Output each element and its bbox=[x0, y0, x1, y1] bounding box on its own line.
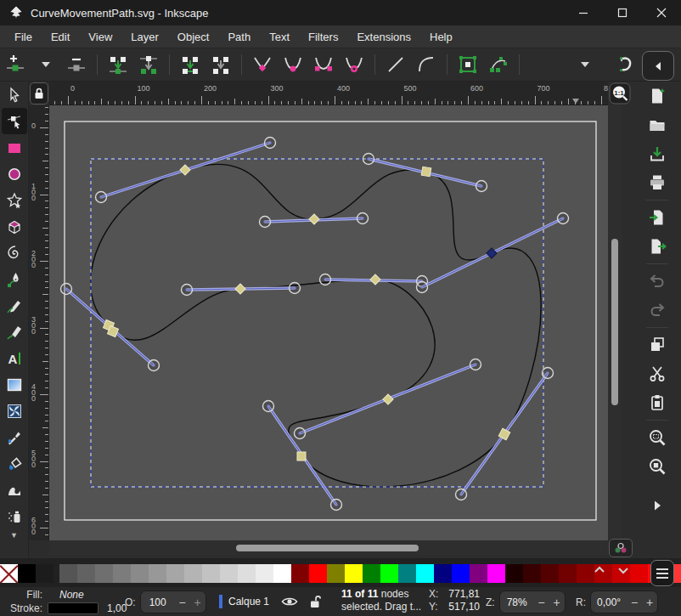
tool-paint-bucket[interactable] bbox=[2, 450, 27, 477]
path-node[interactable] bbox=[370, 274, 380, 285]
swatch-ff0000[interactable] bbox=[309, 564, 327, 583]
zoom-decrease-button[interactable]: − bbox=[534, 596, 549, 609]
palette-scroll-down[interactable] bbox=[616, 563, 630, 577]
close-button[interactable] bbox=[642, 0, 681, 25]
swatch-000000[interactable] bbox=[18, 564, 36, 583]
tool-rectangle[interactable] bbox=[2, 134, 27, 161]
swatch-0000ff[interactable] bbox=[452, 564, 470, 583]
color-management-button[interactable] bbox=[608, 539, 633, 557]
zoom-value[interactable]: 78% bbox=[500, 596, 534, 608]
horizontal-scrollbar[interactable] bbox=[49, 540, 608, 556]
swatch-ff00ff[interactable] bbox=[487, 564, 505, 583]
swatch-989898[interactable] bbox=[149, 564, 166, 583]
swatch-c2c2c2[interactable] bbox=[202, 564, 220, 583]
rotation-increase-button[interactable]: + bbox=[642, 596, 657, 609]
swatch-000080[interactable] bbox=[434, 564, 452, 583]
tool-tweak[interactable] bbox=[2, 477, 27, 503]
duplicate-button[interactable] bbox=[644, 332, 670, 358]
layer-unlock-icon[interactable] bbox=[310, 595, 321, 608]
fill-value[interactable]: None bbox=[59, 589, 84, 601]
tool-ellipse[interactable] bbox=[2, 161, 27, 187]
swatch-8d0000[interactable] bbox=[577, 564, 594, 583]
save-document-button[interactable] bbox=[644, 141, 670, 167]
delete-segment-button[interactable] bbox=[208, 52, 234, 77]
layer-name[interactable]: Calque 1 bbox=[228, 596, 269, 608]
tool-pen[interactable] bbox=[2, 266, 27, 292]
tool-calligraphy[interactable] bbox=[2, 319, 27, 345]
palette-scroll-up[interactable] bbox=[593, 563, 606, 577]
zoom-selection-button[interactable] bbox=[644, 425, 670, 450]
opacity-value[interactable]: 100 bbox=[141, 596, 175, 608]
swatch-800080[interactable] bbox=[470, 564, 487, 583]
path-node[interactable] bbox=[235, 284, 245, 294]
rotation-spinbox[interactable]: 0,00° − + bbox=[590, 591, 658, 613]
swatch-dedede[interactable] bbox=[238, 564, 256, 583]
node-auto-smooth-button[interactable] bbox=[341, 52, 367, 77]
swatch-380000[interactable] bbox=[523, 564, 541, 583]
layer-visibility-eye-icon[interactable] bbox=[281, 596, 298, 608]
horizontal-scrollbar-thumb[interactable] bbox=[236, 545, 419, 551]
rotation-snap-button[interactable] bbox=[612, 52, 638, 77]
redo-button[interactable] bbox=[644, 297, 670, 323]
bezier-path[interactable] bbox=[91, 164, 541, 487]
cut-button[interactable] bbox=[644, 361, 670, 387]
maximize-button[interactable] bbox=[603, 0, 642, 25]
x-options-button[interactable] bbox=[572, 52, 598, 77]
menu-file[interactable]: File bbox=[5, 27, 42, 47]
layer-indicator[interactable]: Calque 1 bbox=[219, 591, 321, 612]
path-node[interactable] bbox=[421, 167, 431, 177]
swatch-00ff00[interactable] bbox=[380, 564, 398, 583]
palette-menu-button[interactable] bbox=[650, 560, 674, 586]
menu-object[interactable]: Object bbox=[168, 27, 219, 47]
toolbox-scroll-down[interactable]: ▼ bbox=[10, 531, 18, 540]
path-node-focused[interactable] bbox=[487, 248, 497, 258]
segment-line-button[interactable] bbox=[383, 52, 408, 77]
menu-edit[interactable]: Edit bbox=[42, 27, 79, 47]
swatch-ffff00[interactable] bbox=[345, 564, 363, 583]
insert-node-options-button[interactable] bbox=[33, 52, 59, 77]
horizontal-ruler[interactable]: 0100200300400500600700800 bbox=[49, 82, 608, 105]
delete-node-button[interactable] bbox=[64, 52, 89, 77]
tool-spray[interactable] bbox=[2, 503, 27, 529]
vertical-ruler[interactable]: 01 0 02 0 03 0 04 0 05 0 06 0 0 bbox=[29, 105, 49, 540]
swatch-ffffff[interactable] bbox=[273, 564, 291, 583]
tool-pencil[interactable] bbox=[2, 292, 27, 319]
menu-help[interactable]: Help bbox=[420, 27, 462, 47]
insert-node-button[interactable] bbox=[3, 52, 28, 77]
zoom-increase-button[interactable]: + bbox=[549, 596, 565, 609]
minimize-button[interactable] bbox=[564, 0, 603, 25]
export-button[interactable] bbox=[644, 234, 670, 259]
swatch-b4b4b4[interactable] bbox=[184, 564, 202, 583]
segment-curve-button[interactable] bbox=[414, 52, 439, 77]
import-button[interactable] bbox=[644, 205, 670, 230]
menu-extensions[interactable]: Extensions bbox=[347, 27, 420, 47]
tool-selector[interactable] bbox=[2, 82, 27, 108]
swatch-1c1c1c[interactable] bbox=[36, 564, 53, 583]
menu-text[interactable]: Text bbox=[260, 27, 299, 47]
swatch-7c7c7c[interactable] bbox=[113, 564, 131, 583]
tool-gradient[interactable] bbox=[2, 371, 27, 398]
zoom-drawing-button[interactable] bbox=[644, 454, 670, 479]
vertical-scrollbar-thumb[interactable] bbox=[611, 239, 618, 405]
opacity-decrease-button[interactable]: − bbox=[175, 596, 190, 609]
menu-view[interactable]: View bbox=[79, 27, 121, 47]
open-document-button[interactable] bbox=[644, 112, 670, 138]
zoom-1-1-button[interactable]: 1:1 bbox=[608, 82, 632, 105]
swatch-6f6f6f[interactable] bbox=[95, 564, 113, 583]
menu-layer[interactable]: Layer bbox=[121, 27, 168, 47]
opacity-increase-button[interactable]: + bbox=[190, 596, 205, 609]
swatch-808000[interactable] bbox=[327, 564, 345, 583]
rotation-value[interactable]: 0,00° bbox=[591, 596, 627, 608]
tool-star[interactable] bbox=[2, 187, 27, 213]
zoom-spinbox[interactable]: 78% − + bbox=[499, 591, 566, 613]
tool-text[interactable]: A bbox=[2, 345, 27, 371]
path-node[interactable] bbox=[297, 452, 306, 461]
undo-button[interactable] bbox=[644, 268, 670, 294]
swatch-710000[interactable] bbox=[559, 564, 577, 583]
swatch-none[interactable] bbox=[0, 564, 18, 583]
menu-path[interactable]: Path bbox=[218, 27, 260, 47]
break-nodes-button[interactable] bbox=[136, 52, 161, 77]
expand-panel-button[interactable] bbox=[644, 493, 670, 518]
stroke-color-swatch[interactable] bbox=[48, 602, 98, 614]
drawing-area[interactable] bbox=[49, 105, 608, 540]
